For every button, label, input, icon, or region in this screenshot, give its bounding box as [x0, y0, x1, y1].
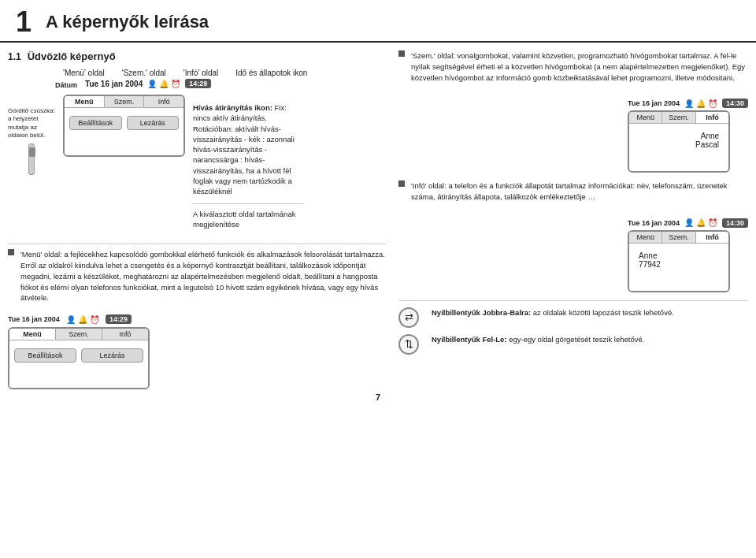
bottom-tab-szem[interactable]: Szem.: [56, 329, 102, 340]
right2-bell-icon: 🔔: [696, 218, 706, 227]
bottom-phone-tabs: Menü Szem. Infó: [9, 329, 148, 340]
right-phone-body: Anne Pascal: [629, 124, 728, 171]
right2-time-badge: 14:30: [722, 218, 748, 228]
bottom-phone-date-row: Tue 16 jan 2004 👤 🔔 ⏰ 14:29: [8, 314, 386, 324]
right-top-phone-wrap: Tue 16 jan 2004 👤 🔔 ⏰ 14:30 Menü Szem. I…: [398, 99, 748, 173]
tab-menu[interactable]: Menü: [65, 96, 105, 107]
tab-szem[interactable]: Szem.: [105, 96, 145, 107]
col-right: 'Szem.' oldal: vonalgombokat, valamint k…: [398, 50, 748, 389]
section-number: 1.1: [8, 51, 21, 62]
bullet-square-info: [398, 180, 405, 187]
right-bottom-phone-wrap: Tue 16 jan 2004 👤 🔔 ⏰ 14:30 Menü Szem. I…: [398, 218, 748, 292]
right-tab-info[interactable]: Infó: [696, 112, 728, 123]
bottom-section-left: 'Menü' oldal: a fejlécekhez kapcsolódó g…: [8, 244, 386, 389]
right2-tab-menu[interactable]: Menü: [629, 232, 662, 243]
phone-body: Beállítások Lezárás: [65, 108, 183, 155]
chapter-number: 1: [16, 8, 32, 36]
page-wrapper: 1 A képernyők leírása 1.1 Üdvözlő képern…: [0, 0, 756, 402]
info-name: Anne: [639, 251, 719, 260]
clock-icon: ⏰: [171, 80, 180, 88]
nav-up-body: egy-egy oldal görgetését teszik lehetővé…: [509, 335, 644, 344]
chapter-title: A képernyők leírása: [46, 12, 209, 32]
nav-up-desc: Nyilbillentyűk Fel-Le: egy-egy oldal gör…: [432, 334, 644, 344]
call-routing-title: Hívás átirányítás ikon:: [193, 103, 272, 112]
section-heading: 1.1 Üdvözlő képernyő: [8, 50, 386, 62]
right2-person-icon: 👤: [684, 218, 694, 227]
datum-label: Dátum: [55, 81, 77, 89]
selected-side-label: A kiválasztott oldal tartalmának megjele…: [193, 209, 303, 230]
right-phone-tabs: Menü Szem. Infó: [629, 112, 728, 124]
right-tab-menu[interactable]: Menü: [629, 112, 662, 123]
bottom-date: Tue 16 jan 2004: [8, 315, 60, 323]
right-bell-icon: 🔔: [696, 99, 706, 108]
slider-area: Görditő csúszka: a helyzetet mutatja az …: [8, 107, 55, 175]
nav-up-row: ⇅ Nyilbillentyűk Fel-Le: egy-egy oldal g…: [398, 334, 748, 355]
right-bottom-phone: Tue 16 jan 2004 👤 🔔 ⏰ 14:30 Menü Szem. I…: [628, 218, 748, 292]
right2-tab-szem[interactable]: Szem.: [662, 232, 695, 243]
bottom-bell-icon: 🔔: [78, 315, 87, 324]
slider-label: Görditő csúszka: a helyzetet mutatja az …: [8, 107, 55, 140]
col-left: 1.1 Üdvözlő képernyő 'Menü' oldal 'Szem.…: [8, 50, 386, 389]
info-oldal-desc: 'Infó' oldal: a telefon és a funkciók ál…: [411, 180, 748, 203]
right-date: Tue 16 jan 2004: [628, 99, 680, 107]
name-pascal: Pascal: [639, 140, 719, 149]
status-icons: 👤 🔔 ⏰: [147, 80, 180, 88]
nav-right-row: ⇄ Nyilbillentyűk Jobbra-Balra: az oldala…: [398, 307, 748, 328]
right-time-badge: 14:30: [722, 99, 748, 108]
info-oldal-label: 'Infó' oldal: [183, 69, 218, 77]
main-phone-screen: Menü Szem. Infó Beállítások Lezárás: [63, 95, 185, 157]
info-number: 77942: [639, 260, 719, 269]
main-content: 1.1 Üdvözlő képernyő 'Menü' oldal 'Szem.…: [0, 50, 756, 389]
ido-allapotok-label: Idő és állapotok ikon: [235, 69, 307, 77]
bottom-time-badge: 14:29: [106, 314, 132, 324]
info-screen-content: Anne 77942: [634, 248, 724, 272]
phone-tabs: Menü Szem. Infó: [65, 96, 183, 108]
nav-right-body: az oldalak közötti lapozást teszik lehet…: [533, 308, 674, 317]
scrollbar-thumb[interactable]: [29, 147, 35, 157]
szem-oldal-label: 'Szem.' oldal: [122, 69, 166, 77]
bottom-beallitasok-btn[interactable]: Beállítások: [14, 348, 76, 363]
szem-bullet-row: 'Szem.' oldal: vonalgombokat, valamint k…: [398, 50, 748, 91]
call-routing-text: Hívás átirányítás ikon: Fix: nincs aktív…: [193, 102, 303, 197]
right-person-icon: 👤: [684, 99, 694, 108]
bottom-person-icon: 👤: [66, 315, 76, 324]
right2-clock-icon: ⏰: [708, 218, 717, 227]
nav-up-circle: ⇅: [398, 334, 419, 355]
nav-right-desc: Nyilbillentyűk Jobbra-Balra: az oldalak …: [432, 307, 674, 318]
lezaras-btn[interactable]: Lezárás: [127, 116, 180, 130]
name-area: Anne Pascal: [634, 128, 724, 152]
bottom-phone-btn-row: Beállítások Lezárás: [14, 348, 143, 363]
nav-right-circle: ⇄: [398, 307, 419, 328]
bottom-clock-icon: ⏰: [90, 315, 99, 324]
right2-date-row: Tue 16 jan 2004 👤 🔔 ⏰ 14:30: [628, 218, 748, 228]
section-title: Üdvözlő képernyő: [28, 50, 116, 62]
bell-icon: 🔔: [159, 80, 169, 88]
bullet-square-menu: [8, 249, 14, 255]
bottom-phone-body: Beállítások Lezárás: [9, 340, 148, 388]
phone-date: Tue 16 jan 2004: [85, 80, 143, 88]
bottom-lezaras-btn[interactable]: Lezárás: [81, 348, 143, 363]
nav-right-title: Nyilbillentyűk Jobbra-Balra:: [432, 308, 531, 317]
name-anne: Anne: [639, 132, 719, 140]
bottom-tab-menu[interactable]: Menü: [9, 329, 56, 340]
date-status-row: Tue 16 jan 2004 👤 🔔 ⏰ 14:29: [85, 79, 211, 88]
menu-oldal-label: 'Menü' oldal: [63, 69, 105, 77]
right2-tab-info[interactable]: Infó: [696, 232, 728, 243]
page-header: 1 A képernyők leírása: [0, 0, 756, 43]
right2-status-icons: 👤 🔔 ⏰: [684, 218, 717, 227]
scrollbar-track[interactable]: [28, 143, 35, 175]
info-bullet-row: 'Infó' oldal: a telefon és a funkciók ál…: [398, 180, 748, 210]
nav-up-title: Nyilbillentyűk Fel-Le:: [432, 335, 507, 344]
bottom-tab-info[interactable]: Infó: [102, 329, 148, 340]
bottom-status-icons: 👤 🔔 ⏰: [66, 315, 99, 324]
tab-info[interactable]: Infó: [144, 96, 183, 107]
right-phone-screen: Menü Szem. Infó Anne Pascal: [628, 110, 730, 173]
right2-phone-screen: Menü Szem. Infó Anne 77942: [628, 230, 730, 292]
right-status-icons: 👤 🔔 ⏰: [684, 99, 717, 108]
menu-bullet-row: 'Menü' oldal: a fejlécekhez kapcsolódó g…: [8, 249, 386, 310]
right-date-row: Tue 16 jan 2004 👤 🔔 ⏰ 14:30: [628, 99, 748, 108]
right-tab-szem[interactable]: Szem.: [662, 112, 695, 123]
menu-oldal-desc: 'Menü' oldal: a fejlécekhez kapcsolódó g…: [20, 249, 386, 303]
page-number: 7: [0, 392, 756, 402]
beallitasok-btn[interactable]: Beállítások: [69, 116, 122, 130]
